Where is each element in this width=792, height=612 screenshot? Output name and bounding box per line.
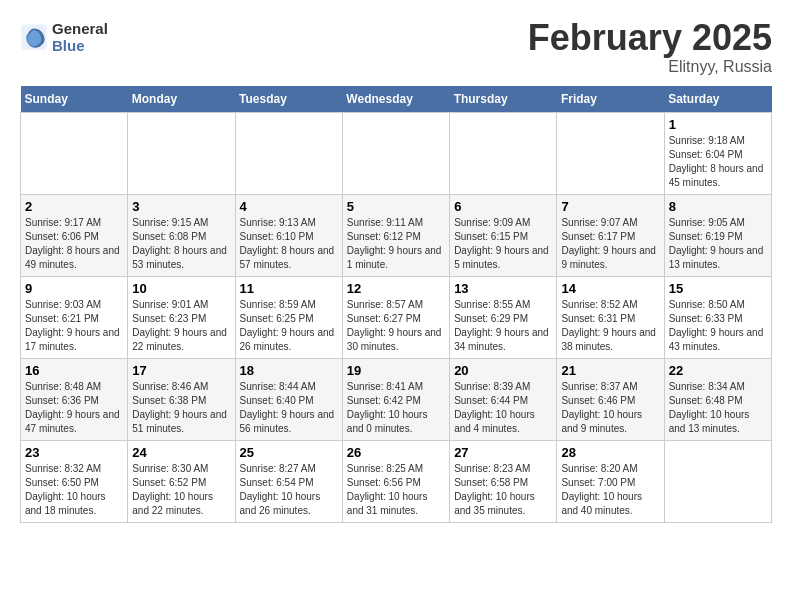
day-cell: 19Sunrise: 8:41 AM Sunset: 6:42 PM Dayli… [342, 359, 449, 441]
day-number: 1 [669, 117, 767, 132]
header: General Blue February 2025 Elitnyy, Russ… [20, 20, 772, 76]
day-cell [342, 113, 449, 195]
day-cell: 3Sunrise: 9:15 AM Sunset: 6:08 PM Daylig… [128, 195, 235, 277]
day-header-monday: Monday [128, 86, 235, 113]
day-info: Sunrise: 8:37 AM Sunset: 6:46 PM Dayligh… [561, 380, 659, 436]
day-header-saturday: Saturday [664, 86, 771, 113]
day-number: 5 [347, 199, 445, 214]
day-info: Sunrise: 8:44 AM Sunset: 6:40 PM Dayligh… [240, 380, 338, 436]
day-header-wednesday: Wednesday [342, 86, 449, 113]
logo-text: General Blue [52, 20, 108, 54]
day-cell [557, 113, 664, 195]
day-number: 21 [561, 363, 659, 378]
day-cell [235, 113, 342, 195]
day-number: 16 [25, 363, 123, 378]
day-cell: 4Sunrise: 9:13 AM Sunset: 6:10 PM Daylig… [235, 195, 342, 277]
week-row-3: 9Sunrise: 9:03 AM Sunset: 6:21 PM Daylig… [21, 277, 772, 359]
day-info: Sunrise: 9:17 AM Sunset: 6:06 PM Dayligh… [25, 216, 123, 272]
day-number: 12 [347, 281, 445, 296]
day-info: Sunrise: 8:41 AM Sunset: 6:42 PM Dayligh… [347, 380, 445, 436]
calendar-title: February 2025 [528, 20, 772, 56]
day-info: Sunrise: 9:01 AM Sunset: 6:23 PM Dayligh… [132, 298, 230, 354]
day-header-thursday: Thursday [450, 86, 557, 113]
day-info: Sunrise: 9:03 AM Sunset: 6:21 PM Dayligh… [25, 298, 123, 354]
day-number: 2 [25, 199, 123, 214]
day-number: 3 [132, 199, 230, 214]
day-number: 19 [347, 363, 445, 378]
calendar-header-row: SundayMondayTuesdayWednesdayThursdayFrid… [21, 86, 772, 113]
day-number: 27 [454, 445, 552, 460]
day-cell: 16Sunrise: 8:48 AM Sunset: 6:36 PM Dayli… [21, 359, 128, 441]
day-number: 24 [132, 445, 230, 460]
calendar-table: SundayMondayTuesdayWednesdayThursdayFrid… [20, 86, 772, 523]
day-cell: 22Sunrise: 8:34 AM Sunset: 6:48 PM Dayli… [664, 359, 771, 441]
day-number: 20 [454, 363, 552, 378]
day-cell: 20Sunrise: 8:39 AM Sunset: 6:44 PM Dayli… [450, 359, 557, 441]
day-cell: 26Sunrise: 8:25 AM Sunset: 6:56 PM Dayli… [342, 441, 449, 523]
day-header-friday: Friday [557, 86, 664, 113]
day-header-sunday: Sunday [21, 86, 128, 113]
day-cell: 23Sunrise: 8:32 AM Sunset: 6:50 PM Dayli… [21, 441, 128, 523]
day-cell [664, 441, 771, 523]
day-cell: 11Sunrise: 8:59 AM Sunset: 6:25 PM Dayli… [235, 277, 342, 359]
week-row-4: 16Sunrise: 8:48 AM Sunset: 6:36 PM Dayli… [21, 359, 772, 441]
day-number: 10 [132, 281, 230, 296]
day-cell [450, 113, 557, 195]
calendar-subtitle: Elitnyy, Russia [528, 58, 772, 76]
day-cell: 9Sunrise: 9:03 AM Sunset: 6:21 PM Daylig… [21, 277, 128, 359]
logo-icon [20, 23, 48, 51]
day-cell: 14Sunrise: 8:52 AM Sunset: 6:31 PM Dayli… [557, 277, 664, 359]
day-cell: 27Sunrise: 8:23 AM Sunset: 6:58 PM Dayli… [450, 441, 557, 523]
day-cell: 13Sunrise: 8:55 AM Sunset: 6:29 PM Dayli… [450, 277, 557, 359]
day-info: Sunrise: 8:55 AM Sunset: 6:29 PM Dayligh… [454, 298, 552, 354]
day-info: Sunrise: 8:20 AM Sunset: 7:00 PM Dayligh… [561, 462, 659, 518]
day-number: 25 [240, 445, 338, 460]
day-number: 6 [454, 199, 552, 214]
day-info: Sunrise: 8:59 AM Sunset: 6:25 PM Dayligh… [240, 298, 338, 354]
day-cell: 1Sunrise: 9:18 AM Sunset: 6:04 PM Daylig… [664, 113, 771, 195]
day-info: Sunrise: 8:25 AM Sunset: 6:56 PM Dayligh… [347, 462, 445, 518]
day-number: 4 [240, 199, 338, 214]
day-number: 22 [669, 363, 767, 378]
day-info: Sunrise: 8:50 AM Sunset: 6:33 PM Dayligh… [669, 298, 767, 354]
day-info: Sunrise: 8:23 AM Sunset: 6:58 PM Dayligh… [454, 462, 552, 518]
day-info: Sunrise: 8:52 AM Sunset: 6:31 PM Dayligh… [561, 298, 659, 354]
day-cell: 5Sunrise: 9:11 AM Sunset: 6:12 PM Daylig… [342, 195, 449, 277]
day-number: 7 [561, 199, 659, 214]
day-number: 26 [347, 445, 445, 460]
day-cell: 15Sunrise: 8:50 AM Sunset: 6:33 PM Dayli… [664, 277, 771, 359]
day-cell: 10Sunrise: 9:01 AM Sunset: 6:23 PM Dayli… [128, 277, 235, 359]
day-number: 8 [669, 199, 767, 214]
day-number: 14 [561, 281, 659, 296]
day-number: 18 [240, 363, 338, 378]
day-cell: 24Sunrise: 8:30 AM Sunset: 6:52 PM Dayli… [128, 441, 235, 523]
day-cell: 7Sunrise: 9:07 AM Sunset: 6:17 PM Daylig… [557, 195, 664, 277]
day-cell: 2Sunrise: 9:17 AM Sunset: 6:06 PM Daylig… [21, 195, 128, 277]
day-info: Sunrise: 8:46 AM Sunset: 6:38 PM Dayligh… [132, 380, 230, 436]
day-info: Sunrise: 9:09 AM Sunset: 6:15 PM Dayligh… [454, 216, 552, 272]
day-number: 11 [240, 281, 338, 296]
week-row-2: 2Sunrise: 9:17 AM Sunset: 6:06 PM Daylig… [21, 195, 772, 277]
day-info: Sunrise: 9:18 AM Sunset: 6:04 PM Dayligh… [669, 134, 767, 190]
day-cell: 17Sunrise: 8:46 AM Sunset: 6:38 PM Dayli… [128, 359, 235, 441]
day-cell: 28Sunrise: 8:20 AM Sunset: 7:00 PM Dayli… [557, 441, 664, 523]
day-info: Sunrise: 8:48 AM Sunset: 6:36 PM Dayligh… [25, 380, 123, 436]
week-row-1: 1Sunrise: 9:18 AM Sunset: 6:04 PM Daylig… [21, 113, 772, 195]
day-number: 17 [132, 363, 230, 378]
day-info: Sunrise: 8:27 AM Sunset: 6:54 PM Dayligh… [240, 462, 338, 518]
day-number: 9 [25, 281, 123, 296]
day-info: Sunrise: 8:34 AM Sunset: 6:48 PM Dayligh… [669, 380, 767, 436]
day-cell: 25Sunrise: 8:27 AM Sunset: 6:54 PM Dayli… [235, 441, 342, 523]
day-number: 13 [454, 281, 552, 296]
day-info: Sunrise: 8:57 AM Sunset: 6:27 PM Dayligh… [347, 298, 445, 354]
day-cell [128, 113, 235, 195]
day-cell: 6Sunrise: 9:09 AM Sunset: 6:15 PM Daylig… [450, 195, 557, 277]
day-info: Sunrise: 8:30 AM Sunset: 6:52 PM Dayligh… [132, 462, 230, 518]
logo: General Blue [20, 20, 108, 54]
title-block: February 2025 Elitnyy, Russia [528, 20, 772, 76]
day-header-tuesday: Tuesday [235, 86, 342, 113]
day-info: Sunrise: 9:05 AM Sunset: 6:19 PM Dayligh… [669, 216, 767, 272]
day-info: Sunrise: 9:15 AM Sunset: 6:08 PM Dayligh… [132, 216, 230, 272]
day-cell [21, 113, 128, 195]
day-cell: 18Sunrise: 8:44 AM Sunset: 6:40 PM Dayli… [235, 359, 342, 441]
